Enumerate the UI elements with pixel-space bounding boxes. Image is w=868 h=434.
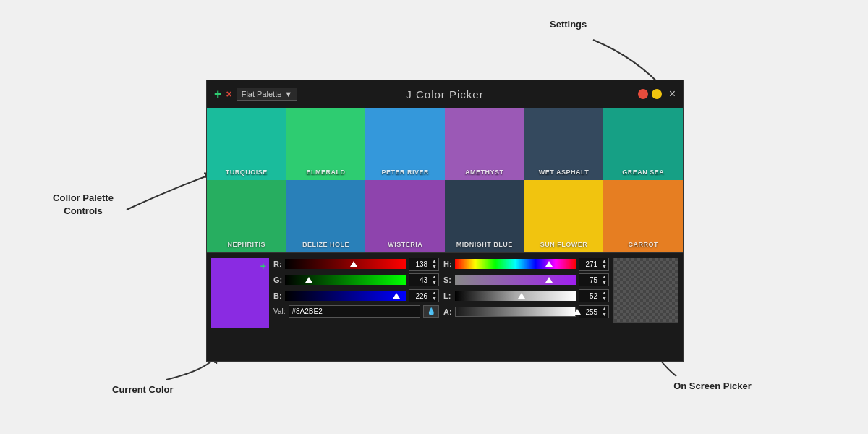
s-label: S: [443,276,452,284]
r-value[interactable]: 138 [409,260,430,269]
dropdown-arrow-icon: ▼ [284,90,292,98]
r-label: R: [273,260,282,268]
dropdown-label: Flat Palette [242,90,282,98]
maximize-button[interactable] [652,89,662,99]
color-swatch-carrot[interactable]: CARROT [603,180,683,252]
g-value[interactable]: 43 [409,276,430,285]
color-swatch-amethyst[interactable]: AMETHYST [445,108,524,180]
r-spin-arrows: ▲ ▼ [430,258,438,270]
color-add-icon[interactable]: + [260,260,266,272]
l-value[interactable]: 52 [579,292,600,301]
g-label: G: [273,276,282,284]
color-swatch-nephritis[interactable]: NEPHRITIS [207,180,286,252]
s-spin-up[interactable]: ▲ [600,274,608,280]
l-spin: 52 ▲ ▼ [579,289,609,302]
g-spin-down[interactable]: ▼ [430,280,438,286]
val-row: Val: 💧 [273,305,439,318]
palette-dropdown[interactable]: Flat Palette ▼ [237,88,298,101]
l-spin-down[interactable]: ▼ [600,296,608,302]
color-swatch-elmerald[interactable]: ELMERALD [286,108,366,180]
app-title: J Color Picker [406,88,483,101]
h-spin-arrows: ▲ ▼ [600,258,608,270]
color-swatch-grean-sea[interactable]: GREAN SEA [603,108,683,180]
g-spin-arrows: ▲ ▼ [430,274,438,286]
g-slider-row: G: 43 ▲ ▼ [273,273,439,286]
h-label: H: [443,260,452,268]
color-swatch-peter-river[interactable]: PETER RIVER [365,108,445,180]
s-spin-down[interactable]: ▼ [600,280,608,286]
s-slider-row: S: 75 ▲ ▼ [443,273,609,286]
remove-button[interactable]: × [226,88,232,100]
r-spin: 138 ▲ ▼ [409,258,439,271]
eyedropper-button[interactable]: 💧 [423,305,439,318]
b-spin: 226 ▲ ▼ [409,289,439,302]
h-spin-down[interactable]: ▼ [600,264,608,270]
l-slider[interactable] [455,291,576,301]
r-slider-row: R: 138 ▲ ▼ [273,258,439,271]
color-palette-controls-annotation: Collor Palette Controls [40,192,127,218]
h-spin: 271 ▲ ▼ [579,258,609,271]
g-spin: 43 ▲ ▼ [409,273,439,286]
on-screen-picker-annotation: On Screen Picker [665,380,760,393]
l-spin-up[interactable]: ▲ [600,290,608,296]
color-swatch-wisteria[interactable]: WISTERIA [365,180,445,252]
s-slider[interactable] [455,275,576,285]
val-input[interactable] [289,305,421,318]
r-spin-up[interactable]: ▲ [430,258,438,264]
b-spin-down[interactable]: ▼ [430,296,438,302]
b-label: B: [273,292,282,300]
b-value[interactable]: 226 [409,292,430,301]
add-button[interactable]: + [214,87,222,102]
b-slider-row: B: 226 ▲ ▼ [273,289,439,302]
palette-grid: TURQUOISEELMERALDPETER RIVERAMETHYSTWET … [207,108,683,252]
a-slider[interactable] [455,307,576,317]
l-spin-arrows: ▲ ▼ [600,290,608,302]
b-slider[interactable] [285,291,406,301]
rgb-section: R: 138 ▲ ▼ G: 43 [273,258,439,329]
current-color-annotation: Current Color [112,383,174,396]
app-window: + × Flat Palette ▼ J Color Picker × TURQ… [206,80,684,362]
a-spin: 255 ▲ ▼ [579,305,609,318]
r-spin-down[interactable]: ▼ [430,264,438,270]
l-label: L: [443,292,452,300]
a-value[interactable]: 255 [579,307,600,317]
h-value[interactable]: 271 [579,260,600,269]
color-swatch-wet-asphalt[interactable]: WET ASPHALT [524,108,604,180]
close-button[interactable]: × [669,88,676,101]
h-spin-up[interactable]: ▲ [600,258,608,264]
a-spin-up[interactable]: ▲ [600,306,608,312]
l-slider-row: L: 52 ▲ ▼ [443,289,609,302]
hsl-section: H: 271 ▲ ▼ S: 75 [443,258,609,329]
color-swatch-sun-flower[interactable]: SUN FLOWER [524,180,604,252]
title-bar-controls: + × Flat Palette ▼ [214,87,297,102]
val-label: Val: [273,307,286,315]
a-slider-row: A: 255 ▲ ▼ [443,305,609,318]
a-spin-arrows: ▲ ▼ [600,306,608,318]
a-label: A: [443,307,452,316]
settings-annotation: Settings [550,18,587,31]
a-spin-down[interactable]: ▼ [600,312,608,318]
r-slider[interactable] [285,259,406,269]
b-spin-arrows: ▲ ▼ [430,290,438,302]
color-swatch-turquoise[interactable]: TURQUOISE [207,108,286,180]
title-bar: + × Flat Palette ▼ J Color Picker × [207,80,683,108]
b-spin-up[interactable]: ▲ [430,290,438,296]
window-controls: × [638,88,676,101]
minimize-button[interactable] [638,89,648,99]
h-slider-row: H: 271 ▲ ▼ [443,258,609,271]
h-slider[interactable] [455,259,576,269]
s-value[interactable]: 75 [579,276,600,285]
current-color-box: + [211,258,269,328]
bottom-controls: + R: 138 ▲ ▼ G: [207,252,683,333]
on-screen-picker-box[interactable] [613,258,678,323]
s-spin-arrows: ▲ ▼ [600,274,608,286]
color-swatch-belize-hole[interactable]: BELIZE HOLE [286,180,366,252]
g-spin-up[interactable]: ▲ [430,274,438,280]
g-slider[interactable] [285,275,406,285]
s-spin: 75 ▲ ▼ [579,273,609,286]
color-swatch-midnight-blue[interactable]: MIDNIGHT BLUE [445,180,524,252]
